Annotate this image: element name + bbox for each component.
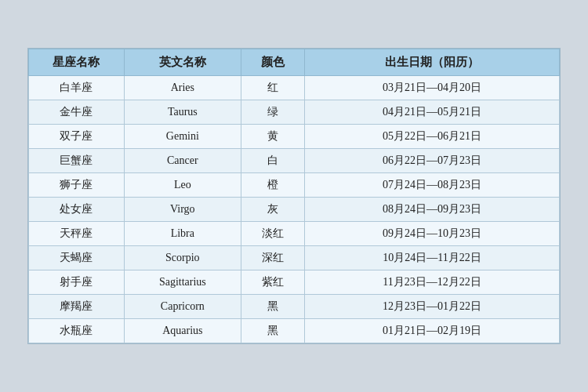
- cell-english: Leo: [124, 173, 241, 198]
- header-english-name: 英文名称: [124, 49, 241, 76]
- table-row: 天秤座Libra淡红09月24日—10月23日: [29, 222, 560, 246]
- cell-color: 深红: [241, 246, 304, 270]
- cell-english: Taurus: [124, 100, 241, 125]
- cell-date: 03月21日—04月20日: [305, 76, 560, 100]
- cell-date: 05月22日—06月21日: [305, 125, 560, 149]
- cell-english: Sagittarius: [124, 270, 241, 295]
- header-birth-date: 出生日期（阳历）: [305, 49, 560, 76]
- cell-color: 灰: [241, 198, 304, 222]
- cell-chinese: 双子座: [29, 125, 125, 149]
- cell-color: 淡红: [241, 222, 304, 246]
- cell-date: 01月21日—02月19日: [305, 319, 560, 343]
- cell-chinese: 狮子座: [29, 173, 125, 198]
- cell-english: Aries: [124, 76, 241, 100]
- cell-chinese: 摩羯座: [29, 295, 125, 319]
- cell-date: 09月24日—10月23日: [305, 222, 560, 246]
- cell-english: Scorpio: [124, 246, 241, 270]
- cell-date: 08月24日—09月23日: [305, 198, 560, 222]
- header-chinese-name: 星座名称: [29, 49, 125, 76]
- cell-chinese: 射手座: [29, 270, 125, 295]
- table-row: 金牛座Taurus绿04月21日—05月21日: [29, 100, 560, 125]
- cell-chinese: 处女座: [29, 198, 125, 222]
- table-row: 摩羯座Capricorn黑12月23日—01月22日: [29, 295, 560, 319]
- cell-english: Virgo: [124, 198, 241, 222]
- cell-color: 绿: [241, 100, 304, 125]
- cell-chinese: 水瓶座: [29, 319, 125, 343]
- cell-color: 紫红: [241, 270, 304, 295]
- table-row: 狮子座Leo橙07月24日—08月23日: [29, 173, 560, 198]
- cell-chinese: 天蝎座: [29, 246, 125, 270]
- cell-color: 黑: [241, 295, 304, 319]
- cell-date: 10月24日—11月22日: [305, 246, 560, 270]
- cell-chinese: 金牛座: [29, 100, 125, 125]
- cell-color: 白: [241, 149, 304, 173]
- cell-english: Cancer: [124, 149, 241, 173]
- table-row: 双子座Gemini黄05月22日—06月21日: [29, 125, 560, 149]
- cell-color: 橙: [241, 173, 304, 198]
- table-row: 巨蟹座Cancer白06月22日—07月23日: [29, 149, 560, 173]
- cell-chinese: 天秤座: [29, 222, 125, 246]
- cell-date: 12月23日—01月22日: [305, 295, 560, 319]
- table-header-row: 星座名称 英文名称 颜色 出生日期（阳历）: [29, 49, 560, 76]
- cell-color: 黑: [241, 319, 304, 343]
- cell-english: Capricorn: [124, 295, 241, 319]
- cell-chinese: 白羊座: [29, 76, 125, 100]
- cell-english: Gemini: [124, 125, 241, 149]
- table-row: 水瓶座Aquarius黑01月21日—02月19日: [29, 319, 560, 343]
- header-color: 颜色: [241, 49, 304, 76]
- table-row: 天蝎座Scorpio深红10月24日—11月22日: [29, 246, 560, 270]
- table-row: 白羊座Aries红03月21日—04月20日: [29, 76, 560, 100]
- cell-english: Libra: [124, 222, 241, 246]
- cell-date: 04月21日—05月21日: [305, 100, 560, 125]
- zodiac-table-wrapper: 星座名称 英文名称 颜色 出生日期（阳历） 白羊座Aries红03月21日—04…: [27, 48, 561, 344]
- cell-date: 11月23日—12月22日: [305, 270, 560, 295]
- cell-english: Aquarius: [124, 319, 241, 343]
- cell-date: 07月24日—08月23日: [305, 173, 560, 198]
- table-row: 射手座Sagittarius紫红11月23日—12月22日: [29, 270, 560, 295]
- cell-color: 黄: [241, 125, 304, 149]
- zodiac-table: 星座名称 英文名称 颜色 出生日期（阳历） 白羊座Aries红03月21日—04…: [28, 49, 560, 343]
- table-body: 白羊座Aries红03月21日—04月20日金牛座Taurus绿04月21日—0…: [29, 76, 560, 343]
- cell-date: 06月22日—07月23日: [305, 149, 560, 173]
- cell-chinese: 巨蟹座: [29, 149, 125, 173]
- cell-color: 红: [241, 76, 304, 100]
- table-row: 处女座Virgo灰08月24日—09月23日: [29, 198, 560, 222]
